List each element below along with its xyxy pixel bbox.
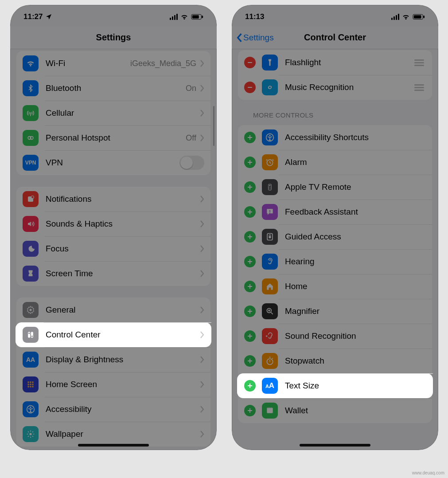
battery-icon — [191, 14, 203, 20]
row-value: Off — [186, 133, 196, 143]
svg-rect-46 — [267, 407, 273, 409]
included-controls-group: Flashlight Music Recognition — [238, 50, 432, 100]
row-wifi[interactable]: Wi-Fi iGeeks_Media_5G — [16, 51, 210, 76]
status-time: 11:13 — [245, 12, 264, 21]
wallpaper-icon — [23, 426, 39, 442]
screentime-icon — [23, 266, 39, 282]
drag-handle-icon[interactable] — [413, 58, 426, 68]
svg-point-23 — [30, 433, 32, 435]
row-sound-recognition[interactable]: Sound Recognition — [238, 324, 432, 349]
row-label: Accessibility — [46, 404, 200, 414]
row-music-recognition[interactable]: Music Recognition — [238, 75, 432, 100]
row-screentime[interactable]: Screen Time — [16, 261, 210, 286]
row-flashlight[interactable]: Flashlight — [238, 50, 432, 75]
cellular-icon — [23, 105, 39, 121]
row-appletv-remote[interactable]: Apple TV Remote — [238, 175, 432, 200]
back-label: Settings — [243, 33, 274, 43]
row-stopwatch[interactable]: Stopwatch — [238, 349, 432, 373]
row-sounds[interactable]: Sounds & Haptics — [16, 212, 210, 236]
row-general[interactable]: General — [16, 298, 210, 322]
row-label: Apple TV Remote — [285, 182, 426, 192]
svg-rect-1 — [202, 16, 203, 18]
add-button[interactable] — [244, 231, 256, 243]
remove-button[interactable] — [244, 82, 256, 93]
row-focus[interactable]: Focus — [16, 236, 210, 261]
add-button[interactable] — [244, 281, 256, 292]
row-guided-access[interactable]: Guided Access — [238, 224, 432, 249]
wifi-status-icon — [402, 13, 410, 21]
add-button[interactable] — [244, 206, 256, 218]
row-display[interactable]: AA Display & Brightness — [16, 347, 210, 372]
text-size-icon: AA — [262, 378, 278, 394]
add-button[interactable] — [244, 306, 256, 317]
hotspot-icon — [23, 130, 39, 146]
add-button[interactable] — [244, 355, 256, 367]
row-accessibility-shortcuts[interactable]: Accessibility Shortcuts — [238, 125, 432, 150]
row-wallpaper[interactable]: Wallpaper — [16, 422, 210, 447]
row-alarm[interactable]: Alarm — [238, 150, 432, 175]
row-notifications[interactable]: Notifications — [16, 187, 210, 212]
row-hotspot[interactable]: Personal Hotspot Off — [16, 125, 210, 150]
row-control-center[interactable]: Control Center — [16, 322, 211, 347]
row-label: Music Recognition — [285, 82, 413, 92]
add-button[interactable] — [244, 181, 256, 193]
add-button[interactable] — [244, 256, 256, 267]
row-label: Alarm — [285, 157, 426, 167]
add-button[interactable] — [244, 132, 256, 143]
row-wallet[interactable]: Wallet — [238, 398, 432, 423]
general-icon — [23, 302, 39, 318]
chevron-right-icon — [200, 60, 204, 67]
remove-button[interactable] — [244, 57, 256, 68]
scrollbar[interactable] — [213, 106, 214, 146]
chevron-right-icon — [200, 306, 204, 313]
back-button[interactable]: Settings — [236, 26, 274, 49]
row-label: Hearing — [285, 257, 426, 266]
magnifier-icon — [262, 303, 278, 319]
row-feedback[interactable]: Feedback Assistant — [238, 200, 432, 224]
add-button[interactable] — [244, 330, 256, 342]
more-controls-group: Accessibility Shortcuts Alarm Apple TV R… — [238, 125, 432, 423]
row-cellular[interactable]: Cellular — [16, 101, 210, 125]
svg-rect-42 — [269, 236, 271, 238]
row-label: General — [46, 305, 200, 315]
row-label: Sounds & Haptics — [46, 219, 200, 229]
shazam-icon — [262, 79, 278, 95]
chevron-right-icon — [200, 431, 204, 438]
row-label: Cellular — [46, 108, 200, 118]
svg-rect-15 — [27, 384, 29, 385]
row-bluetooth[interactable]: Bluetooth On — [16, 76, 210, 101]
home-indicator[interactable] — [300, 444, 370, 447]
row-vpn[interactable]: VPN VPN — [16, 150, 210, 175]
drag-handle-icon[interactable] — [413, 82, 426, 93]
add-button[interactable] — [244, 405, 256, 416]
page-title: Control Center — [304, 32, 366, 43]
cellular-signal-icon — [170, 14, 178, 20]
row-hearing[interactable]: Hearing — [238, 249, 432, 274]
chevron-right-icon — [200, 220, 204, 227]
settings-scroll[interactable]: Wi-Fi iGeeks_Media_5G Bluetooth On Cellu… — [10, 49, 217, 450]
chevron-right-icon — [200, 134, 204, 141]
row-homescreen[interactable]: Home Screen — [16, 372, 210, 397]
svg-point-37 — [269, 188, 269, 189]
row-magnifier[interactable]: Magnifier — [238, 299, 432, 324]
row-label: Sound Recognition — [285, 331, 426, 341]
add-button[interactable] — [244, 157, 256, 168]
bluetooth-icon — [23, 80, 39, 96]
page-title: Settings — [96, 32, 131, 43]
row-home[interactable]: Home — [238, 274, 432, 299]
svg-point-11 — [31, 336, 33, 337]
status-bar: 11:27 — [10, 5, 217, 26]
vpn-toggle[interactable] — [179, 156, 204, 170]
row-label: Notifications — [46, 194, 200, 204]
home-indicator[interactable] — [78, 444, 149, 447]
row-label: Home Screen — [46, 380, 200, 389]
svg-point-31 — [269, 135, 270, 136]
control-center-icon — [23, 327, 39, 343]
row-text-size[interactable]: AA Text Size — [237, 373, 433, 398]
battery-icon — [413, 14, 425, 20]
add-button[interactable] — [244, 380, 256, 392]
controlcenter-scroll[interactable]: Flashlight Music Recognition MORE CONTRO… — [232, 49, 438, 450]
svg-rect-28 — [248, 87, 252, 88]
svg-rect-16 — [30, 384, 31, 385]
row-accessibility[interactable]: Accessibility — [16, 397, 210, 422]
